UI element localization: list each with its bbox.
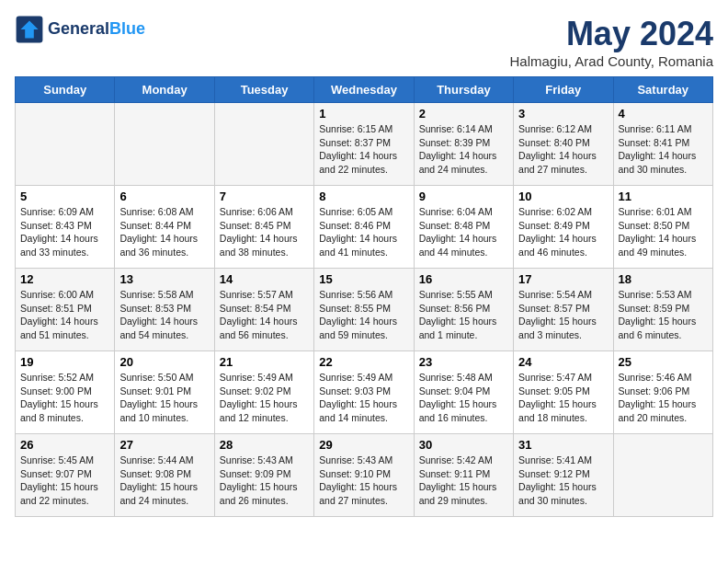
cell-text-line: and 26 minutes.: [220, 494, 309, 508]
cell-text-line: and 27 minutes.: [518, 163, 608, 177]
calendar-cell: 14Sunrise: 5:57 AMSunset: 8:54 PMDayligh…: [214, 269, 313, 351]
cell-text-line: Daylight: 15 hours: [319, 397, 408, 411]
cell-text-line: and 56 minutes.: [220, 328, 309, 342]
week-row-3: 12Sunrise: 6:00 AMSunset: 8:51 PMDayligh…: [16, 269, 713, 351]
calendar-cell: [16, 103, 115, 186]
calendar-cell: 18Sunrise: 5:53 AMSunset: 8:59 PMDayligh…: [613, 269, 712, 351]
cell-text-line: Sunrise: 5:57 AM: [220, 288, 309, 302]
cell-text-line: Daylight: 14 hours: [119, 315, 209, 328]
cell-text-line: Sunrise: 5:50 AM: [119, 371, 209, 385]
calendar-cell: 3Sunrise: 6:12 AMSunset: 8:40 PMDaylight…: [514, 103, 613, 186]
week-row-2: 5Sunrise: 6:09 AMSunset: 8:43 PMDaylight…: [16, 186, 713, 269]
cell-text-line: and 49 minutes.: [619, 246, 708, 259]
cell-text-line: and 24 minutes.: [419, 163, 508, 177]
calendar-cell: 25Sunrise: 5:46 AMSunset: 9:06 PMDayligh…: [613, 351, 712, 434]
cell-text-line: Sunset: 9:00 PM: [20, 385, 109, 398]
cell-text-line: Sunset: 8:44 PM: [119, 219, 209, 233]
day-number: 12: [20, 272, 109, 286]
cell-text-line: Daylight: 14 hours: [419, 232, 508, 246]
cell-text-line: Sunrise: 6:14 AM: [419, 122, 508, 136]
week-row-5: 26Sunrise: 5:45 AMSunset: 9:07 PMDayligh…: [16, 434, 713, 517]
calendar-cell: 17Sunrise: 5:54 AMSunset: 8:57 PMDayligh…: [514, 269, 613, 351]
day-number: 18: [619, 272, 708, 286]
day-number: 31: [518, 438, 608, 452]
cell-text-line: Sunrise: 5:45 AM: [20, 454, 109, 467]
cell-text-line: Sunrise: 6:04 AM: [419, 205, 508, 219]
calendar-cell: 4Sunrise: 6:11 AMSunset: 8:41 PMDaylight…: [613, 103, 712, 186]
cell-text-line: Daylight: 15 hours: [20, 480, 109, 494]
cell-text-line: Sunset: 9:12 PM: [518, 467, 608, 481]
cell-text-line: Sunrise: 5:55 AM: [419, 288, 508, 302]
cell-text-line: Sunset: 9:05 PM: [518, 385, 608, 398]
calendar-cell: 5Sunrise: 6:09 AMSunset: 8:43 PMDaylight…: [16, 186, 115, 269]
day-number: 2: [419, 107, 508, 121]
weekday-saturday: Saturday: [613, 77, 712, 103]
calendar-cell: 6Sunrise: 6:08 AMSunset: 8:44 PMDaylight…: [115, 186, 214, 269]
cell-text-line: and 30 minutes.: [518, 494, 608, 508]
cell-text-line: Sunrise: 6:00 AM: [20, 288, 109, 302]
cell-text-line: Sunset: 8:50 PM: [619, 219, 708, 233]
cell-text-line: Sunset: 9:04 PM: [419, 385, 508, 398]
cell-text-line: Daylight: 15 hours: [518, 480, 608, 494]
cell-text-line: Sunrise: 6:05 AM: [319, 205, 408, 219]
day-number: 6: [119, 190, 209, 203]
logo-icon: [15, 15, 44, 44]
cell-text-line: Daylight: 15 hours: [419, 315, 508, 328]
week-row-1: 1Sunrise: 6:15 AMSunset: 8:37 PMDaylight…: [16, 103, 713, 186]
cell-text-line: and 44 minutes.: [419, 246, 508, 259]
cell-text-line: Daylight: 15 hours: [319, 480, 408, 494]
day-number: 26: [20, 438, 109, 452]
logo-text: GeneralBlue: [48, 20, 145, 39]
cell-text-line: and 54 minutes.: [119, 328, 209, 342]
cell-text-line: and 20 minutes.: [619, 411, 708, 425]
day-number: 5: [20, 190, 109, 203]
cell-text-line: Sunset: 8:48 PM: [419, 219, 508, 233]
cell-text-line: Sunrise: 5:53 AM: [619, 288, 708, 302]
cell-text-line: Daylight: 15 hours: [119, 480, 209, 494]
cell-text-line: Sunset: 8:56 PM: [419, 302, 508, 316]
day-number: 29: [319, 438, 408, 452]
cell-text-line: Daylight: 14 hours: [319, 232, 408, 246]
cell-text-line: Sunrise: 5:46 AM: [619, 371, 708, 385]
weekday-monday: Monday: [115, 77, 214, 103]
cell-text-line: Sunset: 9:10 PM: [319, 467, 408, 481]
month-title: May 2024: [510, 15, 714, 53]
cell-text-line: Daylight: 14 hours: [619, 232, 708, 246]
day-number: 24: [518, 355, 608, 369]
cell-text-line: Sunset: 9:02 PM: [220, 385, 309, 398]
cell-text-line: and 12 minutes.: [220, 411, 309, 425]
cell-text-line: and 10 minutes.: [119, 411, 209, 425]
cell-text-line: Sunset: 9:09 PM: [220, 467, 309, 481]
calendar-cell: [115, 103, 214, 186]
cell-text-line: Daylight: 14 hours: [220, 315, 309, 328]
cell-text-line: Daylight: 14 hours: [619, 149, 708, 163]
cell-text-line: Sunrise: 5:43 AM: [319, 454, 408, 467]
cell-text-line: Daylight: 14 hours: [319, 315, 408, 328]
cell-text-line: Daylight: 15 hours: [619, 397, 708, 411]
cell-text-line: and 1 minute.: [419, 328, 508, 342]
weekday-tuesday: Tuesday: [214, 77, 313, 103]
cell-text-line: and 14 minutes.: [319, 411, 408, 425]
cell-text-line: Sunset: 8:49 PM: [518, 219, 608, 233]
day-number: 9: [419, 190, 508, 203]
weekday-header-row: SundayMondayTuesdayWednesdayThursdayFrid…: [16, 77, 713, 103]
cell-text-line: Sunset: 9:08 PM: [119, 467, 209, 481]
calendar-cell: 28Sunrise: 5:43 AMSunset: 9:09 PMDayligh…: [214, 434, 313, 517]
cell-text-line: and 30 minutes.: [619, 163, 708, 177]
day-number: 28: [220, 438, 309, 452]
cell-text-line: Sunset: 8:51 PM: [20, 302, 109, 316]
cell-text-line: Daylight: 14 hours: [119, 232, 209, 246]
cell-text-line: Daylight: 15 hours: [220, 480, 309, 494]
cell-text-line: Sunset: 9:07 PM: [20, 467, 109, 481]
cell-text-line: Daylight: 15 hours: [220, 397, 309, 411]
calendar-cell: 31Sunrise: 5:41 AMSunset: 9:12 PMDayligh…: [514, 434, 613, 517]
cell-text-line: Sunrise: 6:02 AM: [518, 205, 608, 219]
location: Halmagiu, Arad County, Romania: [510, 53, 714, 69]
cell-text-line: Daylight: 14 hours: [518, 149, 608, 163]
cell-text-line: and 22 minutes.: [319, 163, 408, 177]
cell-text-line: Sunrise: 5:43 AM: [220, 454, 309, 467]
title-block: May 2024 Halmagiu, Arad County, Romania: [510, 15, 714, 69]
calendar-cell: 24Sunrise: 5:47 AMSunset: 9:05 PMDayligh…: [514, 351, 613, 434]
cell-text-line: Sunrise: 6:01 AM: [619, 205, 708, 219]
calendar-cell: 22Sunrise: 5:49 AMSunset: 9:03 PMDayligh…: [314, 351, 414, 434]
